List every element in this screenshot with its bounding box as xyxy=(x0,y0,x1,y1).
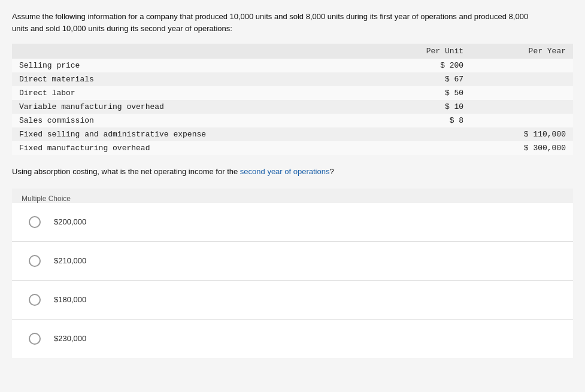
question-line1: Assume the following information for a c… xyxy=(12,12,528,21)
row-label: Direct labor xyxy=(12,86,377,100)
row-per-unit: $ 200 xyxy=(377,59,471,72)
radio-2[interactable] xyxy=(29,255,41,267)
choices-container: $200,000 $210,000 $180,000 $230,000 xyxy=(12,203,573,358)
row-per-year xyxy=(471,86,573,100)
choice-item-2[interactable]: $210,000 xyxy=(12,242,573,281)
row-label: Fixed manufacturing overhead xyxy=(12,141,377,155)
question2: Using absorption costing, what is the ne… xyxy=(12,166,573,178)
row-label: Selling price xyxy=(12,59,377,72)
col-header-per-year: Per Year xyxy=(471,44,573,59)
question2-part2: ? xyxy=(329,167,334,176)
row-per-unit xyxy=(377,127,471,141)
multiple-choice-label: Multiple Choice xyxy=(22,195,563,203)
multiple-choice-section: Multiple Choice xyxy=(12,189,573,203)
row-per-unit: $ 50 xyxy=(377,86,471,100)
data-table: Per Unit Per Year Selling price$ 200Dire… xyxy=(12,44,573,155)
row-per-year xyxy=(471,114,573,127)
row-label: Fixed selling and administrative expense xyxy=(12,127,377,141)
row-per-year xyxy=(471,72,573,86)
col-header-per-unit: Per Unit xyxy=(377,44,471,59)
table-row: Direct materials$ 67 xyxy=(12,72,573,86)
question-line2: units and sold 10,000 units during its s… xyxy=(12,24,232,33)
row-label: Sales commission xyxy=(12,114,377,127)
table-row: Fixed manufacturing overhead$ 300,000 xyxy=(12,141,573,155)
table-row: Sales commission$ 8 xyxy=(12,114,573,127)
row-label: Variable manufacturing overhead xyxy=(12,100,377,114)
choice-label-1: $200,000 xyxy=(54,217,86,226)
choice-label-3: $180,000 xyxy=(54,295,86,304)
row-per-year: $ 110,000 xyxy=(471,127,573,141)
radio-4[interactable] xyxy=(29,333,41,345)
row-per-year: $ 300,000 xyxy=(471,141,573,155)
row-per-year xyxy=(471,59,573,72)
row-per-year xyxy=(471,100,573,114)
table-row: Variable manufacturing overhead$ 10 xyxy=(12,100,573,114)
row-per-unit: $ 8 xyxy=(377,114,471,127)
radio-1[interactable] xyxy=(29,216,41,228)
choice-item-1[interactable]: $200,000 xyxy=(12,203,573,242)
choice-item-3[interactable]: $180,000 xyxy=(12,281,573,320)
row-per-unit: $ 10 xyxy=(377,100,471,114)
row-per-unit: $ 67 xyxy=(377,72,471,86)
question2-highlight: second year of operations xyxy=(240,167,330,176)
question2-part1: Using absorption costing, what is the ne… xyxy=(12,167,238,176)
question-text: Assume the following information for a c… xyxy=(12,11,573,34)
choice-item-4[interactable]: $230,000 xyxy=(12,320,573,358)
choice-label-4: $230,000 xyxy=(54,334,86,343)
row-label: Direct materials xyxy=(12,72,377,86)
table-row: Direct labor$ 50 xyxy=(12,86,573,100)
col-header-label xyxy=(12,44,377,59)
radio-3[interactable] xyxy=(29,294,41,306)
table-row: Selling price$ 200 xyxy=(12,59,573,72)
row-per-unit xyxy=(377,141,471,155)
choice-label-2: $210,000 xyxy=(54,256,86,265)
table-row: Fixed selling and administrative expense… xyxy=(12,127,573,141)
